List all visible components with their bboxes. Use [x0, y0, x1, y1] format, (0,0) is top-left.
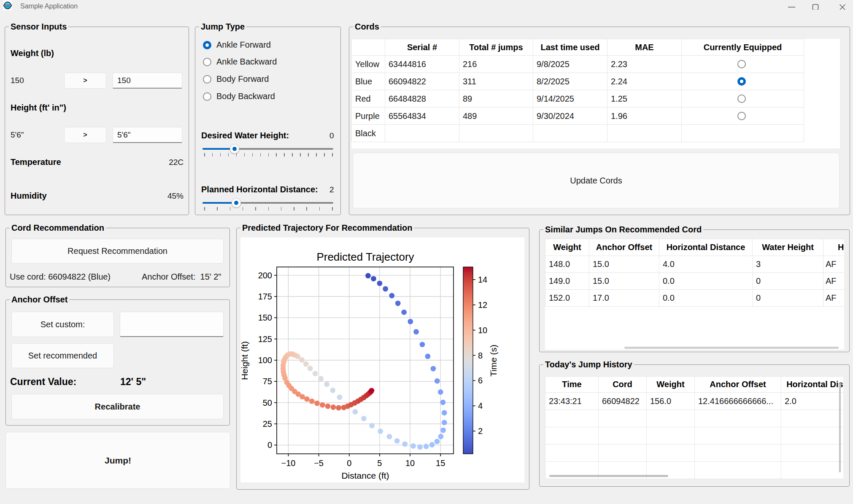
- svg-text:Distance (ft): Distance (ft): [341, 471, 389, 480]
- svg-text:4: 4: [478, 401, 483, 410]
- svg-text:−10: −10: [281, 458, 296, 468]
- svg-text:Predicted Trajectory: Predicted Trajectory: [316, 251, 414, 263]
- svg-text:0: 0: [347, 458, 351, 468]
- svg-text:50: 50: [263, 398, 272, 407]
- svg-text:15: 15: [436, 458, 445, 468]
- svg-text:12: 12: [478, 300, 487, 310]
- svg-text:0: 0: [267, 440, 272, 450]
- svg-text:200: 200: [258, 271, 272, 280]
- svg-text:150: 150: [258, 313, 272, 322]
- svg-text:14: 14: [478, 275, 487, 284]
- svg-text:10: 10: [405, 458, 415, 468]
- svg-text:Height (ft): Height (ft): [240, 341, 249, 380]
- svg-text:5: 5: [377, 458, 382, 468]
- svg-text:175: 175: [258, 292, 272, 301]
- svg-text:6: 6: [478, 376, 483, 385]
- svg-text:100: 100: [258, 356, 272, 365]
- svg-text:8: 8: [478, 351, 483, 360]
- svg-text:−5: −5: [314, 458, 324, 468]
- svg-text:2: 2: [478, 426, 483, 436]
- svg-text:75: 75: [263, 377, 272, 386]
- svg-text:125: 125: [258, 334, 272, 344]
- svg-text:25: 25: [263, 419, 272, 429]
- svg-text:Time (s): Time (s): [489, 345, 498, 377]
- svg-text:10: 10: [478, 326, 487, 335]
